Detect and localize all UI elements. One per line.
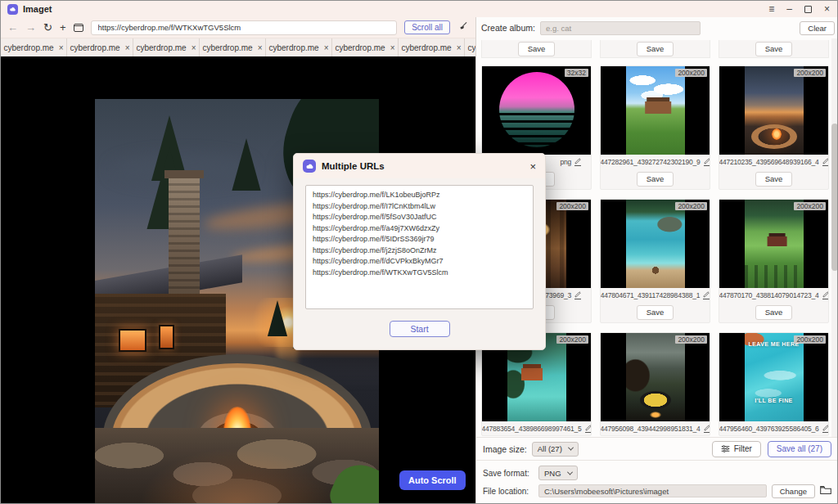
tab-close-icon[interactable]: × [258,43,263,52]
size-badge: 200x200 [556,202,588,210]
save-button[interactable]: Save [518,42,556,56]
image-thumbnail[interactable]: 200x200 [601,200,710,288]
image-card: 200x200 447804671_439117428984388_1 Save [600,199,710,323]
tab-cyberdrop-2[interactable]: cyberdrop.me× [67,38,133,56]
image-thumbnail[interactable]: LEAVE ME HERE I'LL BE FINE 200x200 [719,333,828,421]
close-icon[interactable]: × [824,4,830,14]
folder-icon[interactable] [820,484,831,498]
thumbnail-image-countryside [626,66,685,155]
refresh-icon[interactable]: ↻ [43,22,52,33]
thumbnail-image-vaporwave-sun [482,66,591,155]
tab-close-icon[interactable]: × [125,43,130,52]
create-album-label: Create album: [481,23,535,33]
save-button[interactable]: Save [755,42,793,56]
create-album-input[interactable] [540,21,701,35]
size-badge: 200x200 [675,69,707,77]
save-button[interactable]: Save [755,305,793,320]
image-size-select[interactable]: All (27) [532,442,579,457]
grid-scrollbar[interactable] [831,38,838,437]
app-logo-icon [7,4,18,15]
dialog-close-icon[interactable]: × [529,161,536,172]
tab-close-icon[interactable]: × [324,43,329,52]
save-all-button[interactable]: Save all (27) [768,441,831,457]
chevron-down-icon [567,469,573,475]
image-card: 200x200 447956098_439442998951831_4 [600,332,710,436]
edit-icon[interactable] [574,291,581,299]
image-thumbnail[interactable]: 200x200 [719,66,828,155]
image-size-bar: Image size: All (27) Filter Save all (27… [476,437,838,460]
image-card: Save [719,40,829,58]
image-card: 200x200 447282961_439272742302190_9 Save [600,65,710,190]
image-thumbnail[interactable]: 200x200 [601,333,710,421]
edit-icon[interactable] [704,158,710,166]
file-location-input[interactable] [538,484,767,497]
auto-scroll-button[interactable]: Auto Scroll [399,470,466,490]
dialog-title: Multiple URLs [322,161,385,171]
filename-row: 447956460_439763925586405_6 [719,421,828,435]
image-thumbnail[interactable]: 200x200 [719,200,828,288]
grid-scrollbar-thumb[interactable] [831,124,838,271]
urls-textarea[interactable]: https://cyberdrop.me/f/LK1obeuBjoRPz htt… [305,185,534,309]
maximize-icon[interactable] [804,6,812,13]
image-card: LEAVE ME HERE I'LL BE FINE 200x200 44795… [719,332,829,436]
url-line: https://cyberdrop.me/f/LK1obeuBjoRPz [313,190,526,201]
edit-icon[interactable] [822,425,828,433]
size-badge: 200x200 [675,335,707,344]
filename-row: 447870170_438814079014723_4 [719,288,828,302]
change-location-button[interactable]: Change [772,484,815,498]
image-card: Save [481,40,592,58]
edit-icon[interactable] [585,425,591,433]
url-line: https://cyberdrop.me/f/WTKXwTGV5Slcm [313,268,526,279]
dialog-header: Multiple URLs × [294,154,545,178]
tab-cyberdrop-4[interactable]: cyberdrop.me× [200,38,266,56]
url-line: https://cyberdrop.me/f/a49j7XW6dzxZy [313,223,526,235]
minimize-icon[interactable]: – [786,4,792,14]
forward-icon[interactable]: → [25,22,36,33]
chevron-down-icon [568,445,574,451]
edit-icon[interactable] [703,291,710,299]
thumbnail-image-river: LEAVE ME HERE I'LL BE FINE [745,333,804,421]
new-tab-icon[interactable]: + [60,22,66,33]
image-thumbnail[interactable]: 32x32 [482,66,591,155]
broom-icon[interactable] [457,20,469,35]
save-format-label: Save format: [483,469,534,478]
clear-button[interactable]: Clear [800,21,835,35]
size-badge: 200x200 [794,335,826,344]
app-logo-icon [303,160,316,173]
start-button[interactable]: Start [390,321,450,337]
size-badge: 200x200 [556,335,588,344]
tab-cyberdrop-5[interactable]: cyberdrop.me× [266,38,332,56]
scroll-all-button[interactable]: Scroll all [404,20,450,34]
menu-icon[interactable]: ≡ [768,4,774,14]
save-button[interactable]: Save [637,42,674,56]
edit-icon[interactable] [822,291,828,299]
tab-cyberdrop-6[interactable]: cyberdrop.me× [332,38,399,56]
filter-button[interactable]: Filter [712,441,761,457]
multiple-urls-dialog: Multiple URLs × https://cyberdrop.me/f/L… [293,153,546,350]
tab-close-icon[interactable]: × [59,43,64,52]
back-icon[interactable]: ← [7,22,18,33]
tab-cyberdrop-8[interactable]: cyberdrop.me× [465,38,475,56]
filename-row: 447804671_439117428984388_1 [601,288,710,302]
tab-cyberdrop-7[interactable]: cyberdrop.me× [399,38,465,56]
tab-close-icon[interactable]: × [191,43,196,52]
tab-cyberdrop-3[interactable]: cyberdrop.me× [133,38,200,56]
filename-row: 447883654_438986698997461_5 [482,421,591,435]
save-format-select[interactable]: PNG [538,466,578,480]
tab-cyberdrop-1[interactable]: cyberdrop.me× [1,38,67,56]
save-button[interactable]: Save [637,305,674,320]
save-button[interactable]: Save [755,172,793,187]
edit-icon[interactable] [822,158,828,166]
tab-close-icon[interactable]: × [390,43,395,52]
partial-card-row: Save Save Save [481,40,829,58]
size-badge: 200x200 [794,69,826,77]
image-card: Save [600,40,710,58]
url-input[interactable] [91,20,398,35]
image-thumbnail[interactable]: 200x200 [601,66,710,155]
tab-close-icon[interactable]: × [457,43,462,52]
edit-icon[interactable] [574,158,581,166]
edit-icon[interactable] [704,425,710,433]
thumbnail-image-seaside [626,200,685,288]
window-icon[interactable] [74,24,83,32]
save-button[interactable]: Save [637,172,674,187]
